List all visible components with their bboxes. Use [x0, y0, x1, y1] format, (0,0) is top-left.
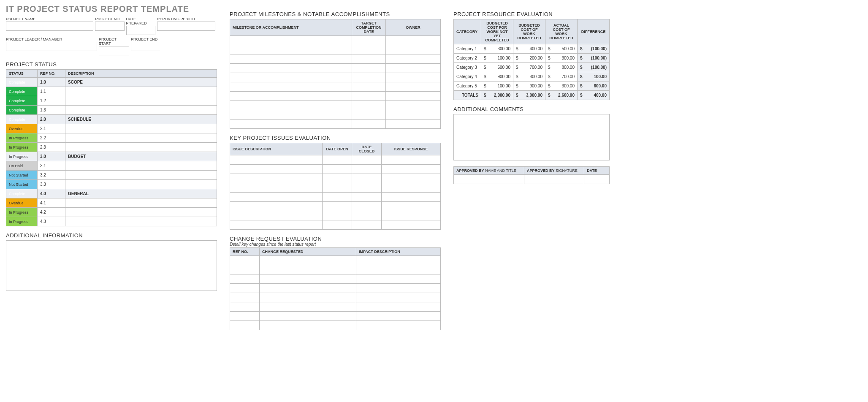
- empty-cell[interactable]: [260, 274, 356, 284]
- empty-cell[interactable]: [352, 73, 386, 82]
- empty-cell[interactable]: [260, 284, 356, 293]
- empty-cell[interactable]: [260, 265, 356, 274]
- empty-cell[interactable]: [230, 82, 352, 92]
- empty-cell[interactable]: [386, 82, 441, 92]
- empty-cell[interactable]: [230, 64, 352, 73]
- empty-cell[interactable]: [356, 256, 441, 265]
- empty-cell[interactable]: [230, 265, 260, 274]
- empty-cell[interactable]: [352, 165, 382, 174]
- empty-cell[interactable]: [323, 155, 352, 165]
- meta-input[interactable]: [131, 42, 161, 51]
- empty-cell[interactable]: [382, 211, 441, 220]
- empty-cell[interactable]: [230, 284, 260, 293]
- empty-cell[interactable]: [386, 101, 441, 110]
- status-cell: Complete: [6, 115, 38, 124]
- meta-input[interactable]: [157, 22, 215, 31]
- empty-cell[interactable]: [323, 211, 352, 220]
- comments-box[interactable]: [453, 114, 610, 160]
- empty-cell[interactable]: [230, 293, 260, 302]
- approval-sig-cell[interactable]: [524, 175, 584, 184]
- empty-cell[interactable]: [230, 174, 323, 183]
- empty-cell[interactable]: [382, 193, 441, 202]
- empty-cell[interactable]: [386, 92, 441, 101]
- empty-cell[interactable]: [230, 211, 323, 220]
- empty-cell[interactable]: [352, 82, 386, 92]
- empty-cell[interactable]: [230, 274, 260, 284]
- empty-cell[interactable]: [356, 274, 441, 284]
- empty-cell[interactable]: [352, 36, 386, 45]
- empty-cell[interactable]: [352, 202, 382, 211]
- empty-cell[interactable]: [352, 92, 386, 101]
- empty-cell[interactable]: [230, 92, 352, 101]
- empty-cell[interactable]: [386, 73, 441, 82]
- empty-cell[interactable]: [230, 120, 352, 129]
- empty-cell[interactable]: [386, 120, 441, 129]
- empty-cell[interactable]: [323, 202, 352, 211]
- project-status-table: STATUS REF NO. DESCRIPTION Complete1.0SC…: [6, 69, 217, 226]
- empty-cell[interactable]: [386, 64, 441, 73]
- empty-cell[interactable]: [382, 220, 441, 230]
- empty-cell[interactable]: [356, 293, 441, 302]
- empty-cell[interactable]: [230, 302, 260, 312]
- meta-input[interactable]: [6, 42, 97, 51]
- empty-cell[interactable]: [230, 220, 323, 230]
- empty-cell[interactable]: [386, 36, 441, 45]
- empty-cell[interactable]: [352, 54, 386, 64]
- meta-input[interactable]: [126, 26, 155, 35]
- empty-cell[interactable]: [352, 155, 382, 165]
- empty-cell[interactable]: [230, 312, 260, 321]
- empty-cell[interactable]: [230, 321, 260, 330]
- empty-cell[interactable]: [386, 54, 441, 64]
- empty-cell[interactable]: [356, 284, 441, 293]
- empty-cell[interactable]: [352, 220, 382, 230]
- empty-cell[interactable]: [260, 312, 356, 321]
- empty-cell[interactable]: [356, 302, 441, 312]
- empty-cell[interactable]: [323, 165, 352, 174]
- empty-cell[interactable]: [386, 45, 441, 54]
- additional-info-box[interactable]: [6, 240, 217, 291]
- empty-cell[interactable]: [230, 193, 323, 202]
- empty-cell[interactable]: [356, 312, 441, 321]
- empty-cell[interactable]: [230, 165, 323, 174]
- empty-cell[interactable]: [260, 293, 356, 302]
- empty-cell[interactable]: [352, 193, 382, 202]
- empty-cell[interactable]: [352, 110, 386, 120]
- empty-cell[interactable]: [260, 256, 356, 265]
- empty-cell[interactable]: [382, 202, 441, 211]
- empty-cell[interactable]: [382, 183, 441, 193]
- empty-cell[interactable]: [386, 110, 441, 120]
- empty-cell[interactable]: [382, 155, 441, 165]
- empty-cell[interactable]: [260, 302, 356, 312]
- empty-cell[interactable]: [230, 110, 352, 120]
- meta-input[interactable]: [95, 22, 124, 31]
- empty-cell[interactable]: [230, 45, 352, 54]
- empty-cell[interactable]: [230, 54, 352, 64]
- empty-cell[interactable]: [230, 36, 352, 45]
- empty-cell[interactable]: [382, 174, 441, 183]
- empty-cell[interactable]: [230, 202, 323, 211]
- empty-cell[interactable]: [352, 101, 386, 110]
- empty-cell[interactable]: [323, 174, 352, 183]
- empty-cell[interactable]: [352, 174, 382, 183]
- empty-cell[interactable]: [230, 155, 323, 165]
- empty-cell[interactable]: [323, 220, 352, 230]
- empty-cell[interactable]: [356, 265, 441, 274]
- empty-cell[interactable]: [323, 193, 352, 202]
- empty-cell[interactable]: [352, 45, 386, 54]
- empty-cell[interactable]: [352, 120, 386, 129]
- empty-cell[interactable]: [230, 256, 260, 265]
- empty-cell[interactable]: [260, 321, 356, 330]
- empty-cell[interactable]: [352, 64, 386, 73]
- empty-cell[interactable]: [352, 183, 382, 193]
- empty-cell[interactable]: [230, 183, 323, 193]
- empty-cell[interactable]: [230, 73, 352, 82]
- approval-name-cell[interactable]: [454, 175, 524, 184]
- empty-cell[interactable]: [352, 211, 382, 220]
- empty-cell[interactable]: [323, 183, 352, 193]
- empty-cell[interactable]: [230, 101, 352, 110]
- meta-input[interactable]: [6, 22, 93, 31]
- approval-date-cell[interactable]: [584, 175, 610, 184]
- meta-input[interactable]: [99, 46, 129, 55]
- empty-cell[interactable]: [382, 165, 441, 174]
- empty-cell[interactable]: [356, 321, 441, 330]
